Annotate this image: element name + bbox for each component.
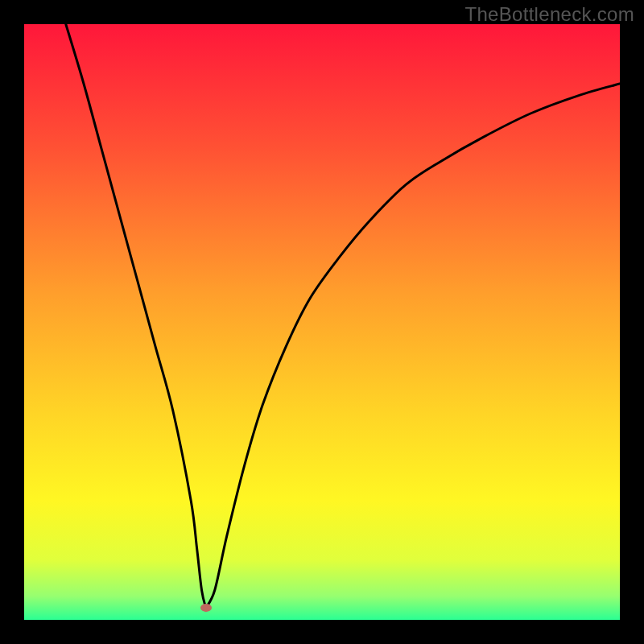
curve-svg	[24, 24, 620, 620]
plot-area	[24, 24, 620, 620]
curve-min-marker	[200, 604, 212, 612]
watermark-label: TheBottleneck.com	[464, 3, 634, 26]
curve-path	[66, 24, 620, 608]
chart-frame: TheBottleneck.com	[0, 0, 644, 644]
